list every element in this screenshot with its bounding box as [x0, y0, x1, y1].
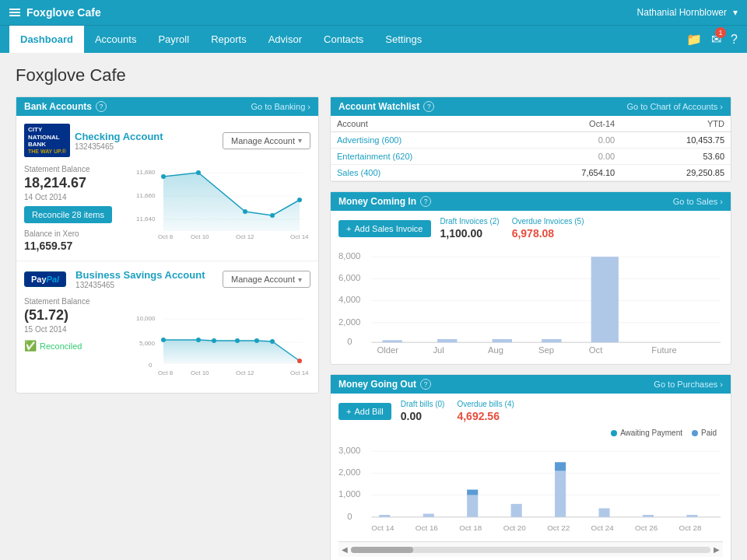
money-out-info-icon[interactable]: ? [420, 379, 431, 390]
reconcile-button[interactable]: Reconcile 28 items [24, 206, 112, 223]
watchlist-oct14-1: 0.00 [522, 132, 622, 149]
watchlist-info-icon[interactable]: ? [423, 101, 434, 112]
nav-item-advisor[interactable]: Advisor [258, 26, 313, 53]
scroll-right-arrow[interactable]: ▶ [714, 545, 720, 554]
nav-left: Dashboard Accounts Payroll Reports Advis… [9, 26, 433, 53]
add-bill-button[interactable]: + Add Bill [338, 403, 391, 420]
checking-account: CITYNATIONALBANK THE WAY UP.® Checking A… [16, 116, 318, 261]
svg-text:Future: Future [651, 345, 677, 355]
watchlist-tbody: Advertising (600) 0.00 10,453.75 Enterta… [331, 132, 731, 181]
go-to-chart-link[interactable]: Go to Chart of Accounts › [626, 102, 723, 111]
nav-bar: Dashboard Accounts Payroll Reports Advis… [0, 25, 747, 53]
paypal-account-stats: Statement Balance (51.72) 15 Oct 2014 ✅ … [24, 297, 125, 385]
watchlist-header-row: Account Oct-14 YTD [331, 116, 731, 132]
svg-text:11,660: 11,660 [136, 192, 156, 199]
page-title: Foxglove Cafe [16, 65, 731, 86]
bank-accounts-info-icon[interactable]: ? [96, 101, 107, 112]
manage-checking-arrow: ▾ [298, 136, 302, 145]
mail-icon[interactable]: ✉ 1 [711, 32, 721, 47]
nav-item-payroll[interactable]: Payroll [147, 26, 200, 53]
money-in-title-area: Money Coming In ? [338, 196, 431, 207]
checking-balance-label: Balance in Xero [24, 229, 125, 238]
watchlist-account-2[interactable]: Entertainment (620) [331, 149, 522, 165]
chart-scroll-area[interactable]: ◀ ▶ [338, 541, 723, 557]
paypal-account-body: Statement Balance (51.72) 15 Oct 2014 ✅ … [24, 297, 310, 385]
checking-chart-svg: 11,680 11,660 11,640 [133, 165, 310, 250]
scroll-track[interactable] [351, 547, 710, 553]
bar-aug [493, 339, 512, 342]
legend-awaiting-label: Awaiting Payment [620, 429, 682, 437]
nav-item-contacts[interactable]: Contacts [313, 26, 374, 53]
bills-group: Draft bills (0) 0.00 Overdue bills (4) 4… [401, 400, 514, 422]
paypal-manage-button[interactable]: Manage Account ▾ [223, 271, 310, 288]
legend-paid: Paid [692, 429, 717, 437]
svg-point-10 [270, 213, 275, 218]
help-icon[interactable]: ? [731, 33, 738, 47]
paypal-statement-value: (51.72) [24, 307, 125, 324]
svg-text:0: 0 [347, 512, 352, 521]
money-out-chart-svg: 3,000 2,000 1,000 0 [338, 440, 723, 539]
nav-right: 📁 ✉ 1 ? [686, 32, 738, 47]
watchlist-col-ytd: YTD [621, 116, 731, 132]
user-dropdown-icon[interactable]: ▾ [733, 7, 738, 18]
svg-point-27 [254, 338, 259, 343]
svg-text:Oct 22: Oct 22 [547, 523, 570, 532]
scroll-thumb[interactable] [351, 547, 413, 553]
paypal-account-info: Business Savings Account 132435465 [75, 269, 205, 289]
nav-item-accounts[interactable]: Accounts [84, 26, 147, 53]
money-out-header: Money Going Out ? Go to Purchases › [331, 375, 731, 394]
paypal-account-num: 132435465 [75, 281, 205, 289]
nav-item-settings[interactable]: Settings [374, 26, 433, 53]
nav-item-reports[interactable]: Reports [200, 26, 258, 53]
svg-marker-6 [163, 173, 300, 231]
scroll-left-arrow[interactable]: ◀ [342, 545, 348, 554]
checking-account-info: Checking Account 132435465 [75, 131, 163, 151]
add-sales-invoice-button[interactable]: + Add Sales Invoice [338, 220, 431, 237]
bar-oct28 [686, 515, 697, 517]
folder-icon[interactable]: 📁 [686, 32, 702, 47]
svg-text:Oct 26: Oct 26 [635, 523, 658, 532]
menu-icon[interactable] [9, 9, 20, 16]
draft-invoices-label[interactable]: Draft Invoices (2) [440, 217, 500, 226]
overdue-invoices-value: 6,978.08 [512, 227, 584, 240]
money-in-info-icon[interactable]: ? [420, 196, 431, 207]
draft-bills-label[interactable]: Draft bills (0) [401, 400, 445, 408]
svg-text:2,000: 2,000 [338, 317, 360, 327]
watchlist-account-3[interactable]: Sales (400) [331, 165, 522, 181]
money-going-out-card: Money Going Out ? Go to Purchases › + Ad… [330, 374, 731, 560]
oct-sub-labels: Oct 14 Oct 11 [338, 557, 723, 560]
svg-text:4,000: 4,000 [338, 295, 360, 304]
invoice-group: Draft Invoices (2) 1,100.00 Overdue Invo… [440, 217, 584, 240]
svg-point-23 [161, 338, 166, 342]
watchlist-account-1[interactable]: Advertising (600) [331, 132, 522, 149]
svg-text:8,000: 8,000 [338, 251, 360, 261]
paypal-statement-date: 15 Oct 2014 [24, 325, 125, 334]
svg-text:Oct 16: Oct 16 [416, 523, 439, 532]
money-coming-in-card: Money Coming In ? Go to Sales › + Add Sa… [330, 191, 731, 365]
checking-account-num: 132435465 [75, 142, 163, 151]
paypal-logo: PayPal [24, 271, 66, 287]
nav-item-dashboard[interactable]: Dashboard [9, 26, 84, 53]
go-to-sales-link[interactable]: Go to Sales › [673, 197, 723, 206]
svg-text:2,000: 2,000 [338, 467, 360, 477]
watchlist-ytd-2: 53.60 [621, 149, 731, 165]
watchlist-col-account: Account [331, 116, 522, 132]
svg-text:6,000: 6,000 [338, 273, 360, 282]
page: Foxglove Cafe Bank Accounts ? Go to Bank… [0, 53, 747, 560]
bar-oct16 [423, 514, 434, 517]
bank-accounts-header: Bank Accounts ? Go to Banking › [16, 97, 318, 116]
bank-accounts-card: Bank Accounts ? Go to Banking › CITYNATI… [16, 96, 319, 394]
go-to-banking-link[interactable]: Go to Banking › [251, 102, 310, 111]
overdue-invoices-label[interactable]: Overdue Invoices (5) [512, 217, 584, 226]
bar-oct [591, 257, 619, 342]
top-bar-left: Foxglove Cafe [9, 6, 101, 19]
money-in-top: + Add Sales Invoice Draft Invoices (2) 1… [338, 217, 723, 240]
draft-bills-value: 0.00 [401, 410, 445, 422]
watchlist-ytd-1: 10,453.75 [621, 132, 731, 149]
checking-manage-button[interactable]: Manage Account ▾ [223, 132, 310, 149]
svg-marker-22 [163, 340, 300, 363]
svg-text:Oct 28: Oct 28 [679, 523, 703, 532]
go-to-purchases-link[interactable]: Go to Purchases › [654, 380, 723, 389]
watchlist-ytd-3: 29,250.85 [621, 165, 731, 181]
overdue-bills-label[interactable]: Overdue bills (4) [457, 400, 514, 408]
